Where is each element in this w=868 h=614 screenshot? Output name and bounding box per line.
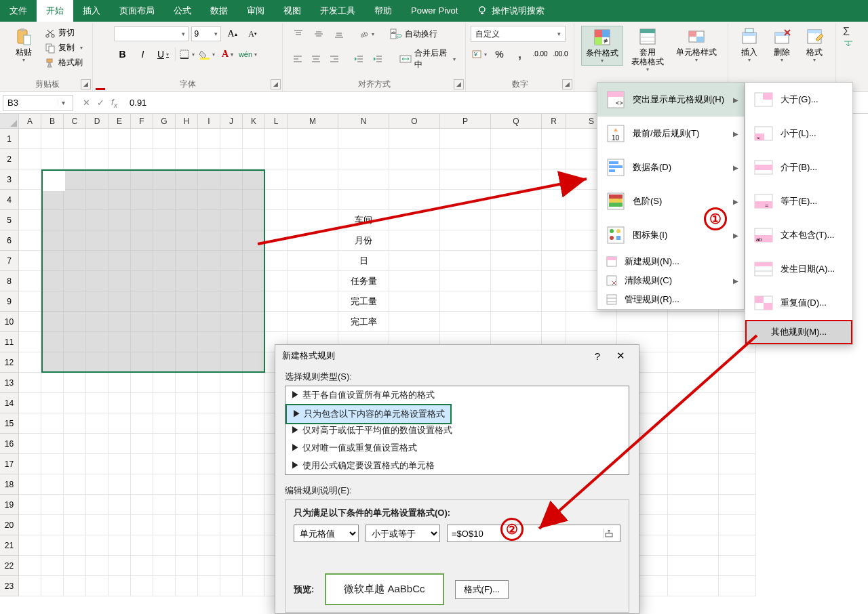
rule-type-option[interactable]: ▶ 仅对唯一值或重复值设置格式 (285, 439, 629, 457)
name-box-dropdown[interactable]: ▾ (58, 99, 68, 106)
cell[interactable] (86, 495, 108, 515)
cell[interactable] (64, 352, 86, 373)
cell[interactable] (243, 210, 265, 230)
name-box-input[interactable] (3, 98, 58, 108)
cell[interactable] (389, 169, 440, 190)
cell[interactable] (131, 474, 153, 495)
cell[interactable] (86, 149, 108, 169)
cell[interactable] (86, 535, 108, 556)
cell[interactable] (668, 312, 719, 332)
cell[interactable] (220, 149, 243, 169)
row-header[interactable]: 22 (0, 556, 19, 576)
cell[interactable] (491, 169, 542, 190)
cell[interactable] (491, 291, 542, 312)
cell[interactable] (64, 271, 86, 291)
row-header[interactable]: 3 (0, 169, 19, 190)
cell[interactable] (108, 291, 131, 312)
cell[interactable] (220, 535, 243, 556)
cell[interactable] (153, 515, 176, 535)
copy-button[interactable]: 复制▾ (42, 41, 85, 55)
cell[interactable] (198, 535, 220, 556)
cell[interactable] (288, 251, 338, 271)
cell[interactable]: 完工率 (338, 312, 389, 332)
cell[interactable] (198, 495, 220, 515)
bold-button[interactable]: B (114, 46, 132, 62)
cell[interactable] (220, 190, 243, 210)
cell[interactable] (108, 495, 131, 515)
cell[interactable]: 日 (338, 251, 389, 271)
cell[interactable] (131, 312, 153, 332)
cell[interactable] (86, 474, 108, 495)
hc-duplicate-values[interactable]: 重复值(D)... (745, 286, 852, 320)
cell[interactable] (19, 413, 41, 434)
cancel-formula-icon[interactable]: ✕ (83, 98, 90, 108)
cell[interactable] (220, 129, 243, 149)
cell[interactable] (542, 271, 566, 291)
cell[interactable] (265, 271, 288, 291)
cell[interactable] (19, 535, 41, 556)
cell[interactable] (108, 251, 131, 271)
cell[interactable] (153, 556, 176, 576)
cell[interactable] (153, 332, 176, 352)
cell[interactable] (243, 413, 265, 434)
cell[interactable] (19, 149, 41, 169)
cell[interactable] (86, 393, 108, 413)
column-header[interactable]: F (131, 114, 153, 129)
cell[interactable] (131, 169, 153, 190)
cell[interactable] (108, 129, 131, 149)
wrap-text-button[interactable]: ab 自动换行 (387, 27, 440, 41)
cell[interactable] (243, 291, 265, 312)
cell[interactable] (131, 393, 153, 413)
cell[interactable] (108, 149, 131, 169)
column-header[interactable]: J (220, 114, 243, 129)
cell[interactable] (243, 312, 265, 332)
cell[interactable] (668, 352, 719, 373)
cell[interactable] (265, 230, 288, 251)
hc-text-contains[interactable]: ab 文本包含(T)... (745, 218, 852, 252)
cell[interactable] (542, 149, 566, 169)
cell[interactable] (668, 332, 719, 352)
cell[interactable] (198, 352, 220, 373)
cell[interactable] (389, 149, 440, 169)
cell[interactable] (153, 393, 176, 413)
cell[interactable] (338, 129, 389, 149)
italic-button[interactable]: I (134, 46, 152, 62)
hc-greater-than[interactable]: 大于(G)... (745, 83, 852, 117)
cell[interactable] (153, 312, 176, 332)
cell[interactable] (389, 190, 440, 210)
column-header[interactable]: E (108, 114, 131, 129)
cell[interactable] (668, 576, 719, 596)
cell[interactable] (288, 129, 338, 149)
cell[interactable] (19, 312, 41, 332)
cell[interactable] (198, 312, 220, 332)
cell[interactable] (265, 169, 288, 190)
cell[interactable] (243, 454, 265, 474)
cell[interactable] (19, 515, 41, 535)
cell[interactable] (668, 393, 719, 413)
font-color-button[interactable]: A (219, 46, 237, 62)
tab-view[interactable]: 视图 (274, 0, 311, 22)
condition-value-refedit[interactable] (447, 525, 620, 542)
name-box[interactable]: ▾ (3, 95, 73, 111)
cell[interactable] (176, 556, 198, 576)
tell-me-search[interactable]: 操作说明搜索 (492, 0, 554, 22)
cell[interactable] (220, 169, 243, 190)
cell[interactable] (64, 169, 86, 190)
cell[interactable] (64, 515, 86, 535)
cell[interactable] (176, 352, 198, 373)
cell[interactable] (41, 129, 64, 149)
cell[interactable] (131, 210, 153, 230)
cell[interactable] (542, 129, 566, 149)
cell[interactable] (19, 454, 41, 474)
cell[interactable] (198, 576, 220, 596)
row-header[interactable]: 2 (0, 149, 19, 169)
cell[interactable] (176, 291, 198, 312)
cell[interactable] (440, 169, 491, 190)
cell[interactable] (243, 515, 265, 535)
cell[interactable] (440, 251, 491, 271)
cell[interactable] (220, 271, 243, 291)
cell[interactable] (176, 332, 198, 352)
cell[interactable] (176, 393, 198, 413)
cell[interactable] (389, 129, 440, 149)
row-header[interactable]: 20 (0, 515, 19, 535)
